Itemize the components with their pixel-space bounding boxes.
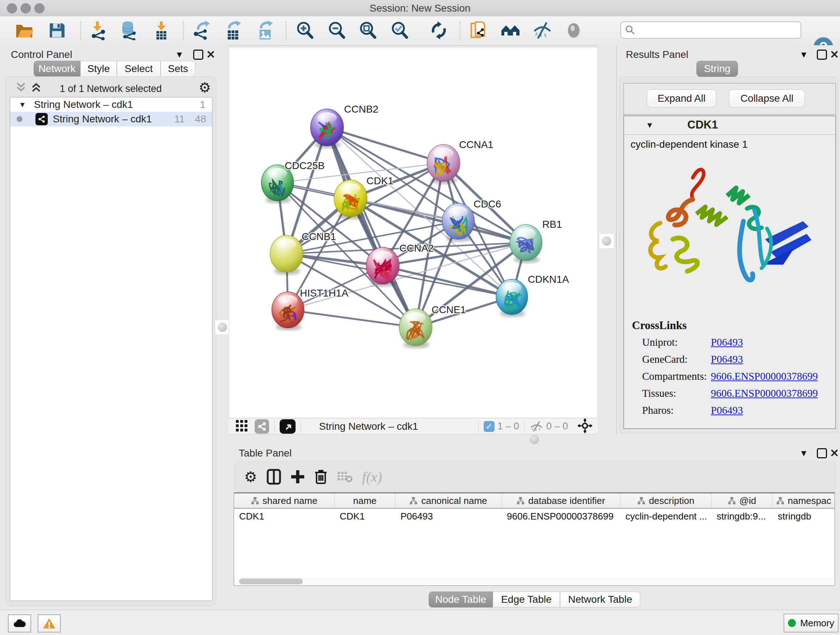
tab-select[interactable]: Select [117,61,161,77]
right-vertical-splitter[interactable] [598,45,617,434]
show-all-button[interactable] [563,19,584,42]
share-network-button[interactable] [255,419,269,434]
left-vertical-splitter[interactable] [217,45,229,610]
import-network-file-button[interactable] [88,19,109,42]
show-grid-button[interactable] [235,419,248,434]
tab-edge-table[interactable]: Edge Table [493,592,560,608]
control-panel-collapse-button[interactable]: ▼ [175,50,184,60]
column-header-namespace[interactable]: namespac [773,494,835,508]
network-node-CDC25B[interactable]: CDC25B [261,160,325,203]
table-panel-float-button[interactable] [817,448,827,458]
tab-node-table[interactable]: Node Table [429,592,493,608]
network-node-CCNE1[interactable]: CCNE1 [399,304,466,348]
node-label-CCNB1: CCNB1 [302,231,336,242]
clone-network-button[interactable] [468,19,489,42]
tab-sets-label: Sets [168,63,188,74]
zoom-out-button[interactable] [326,19,347,42]
zoom-fit-button[interactable] [357,19,378,42]
network-options-gear-button[interactable]: ⚙ [199,80,211,96]
crosslink-label: Tissues: [642,387,711,404]
hide-selected-button[interactable] [532,19,553,42]
collection-expand-icon[interactable]: ▼ [19,101,26,109]
control-panel-float-button[interactable] [193,50,203,60]
crosslink-pharos-link[interactable]: P06493 [711,404,743,421]
zoom-fit-icon [358,21,378,40]
crosslink-uniprot-link[interactable]: P06493 [711,336,743,353]
table-settings-gear-button[interactable]: ⚙ [244,469,257,485]
birds-eye-view-button[interactable] [279,419,295,434]
network-edge-CCNE1-HIST1H1A[interactable] [288,310,416,327]
network-edge-CCNB2-CCNA1[interactable] [327,127,444,163]
warning-icon [43,618,56,629]
network-node-RB1[interactable]: RB1 [510,219,562,263]
network-collection-row[interactable]: ▼ String Network – cdk1 1 [10,97,212,112]
delete-column-button[interactable] [314,469,327,485]
expand-collapse-bar: Expand All Collapse All [623,83,836,115]
control-panel-close-button[interactable]: ✕ [206,48,215,61]
crosslink-genecard-link[interactable]: P06493 [711,353,743,371]
search-field[interactable] [621,21,801,39]
network-graph[interactable]: CCNB2CCNA1CDC25BCDK1CDC6RB1CCNB1CCNA2CDK… [229,48,597,418]
export-network-button[interactable] [191,19,212,42]
network-selection-status: 1 of 1 Network selected [5,83,216,95]
export-table-button[interactable] [223,19,244,42]
splitter-collapse-handle[interactable] [527,433,542,446]
tab-sets[interactable]: Sets [161,61,195,77]
selected-count-checkbox[interactable]: ✓ [484,421,494,432]
column-header-description[interactable]: description [621,494,712,508]
pan-crosshair-button[interactable] [577,418,592,435]
network-node-CDKN1A[interactable]: CDKN1A [496,274,569,317]
column-header-id[interactable]: @id [712,494,773,508]
memory-button[interactable]: Memory [783,614,838,632]
zoom-selected-button[interactable] [389,19,410,42]
refresh-view-button[interactable] [428,19,449,42]
first-neighbors-button[interactable] [500,19,521,42]
network-node-HIST1H1A[interactable]: HIST1H1A [272,287,348,331]
table-panel-collapse-button[interactable]: ▼ [799,448,808,458]
column-header-database-identifier[interactable]: database identifier [502,494,621,508]
table-row[interactable]: CDK1 CDK1 P06493 9606.ENSP00000378699 cy… [234,509,835,524]
crosslinks-list: Uniprot: P06493 GeneCard: P06493 Compart… [642,336,830,421]
crosslink-compartments-link[interactable]: 9606.ENSP00000378699 [711,371,818,387]
horizontal-splitter[interactable] [229,434,840,446]
warnings-button[interactable] [38,614,61,632]
network-canvas[interactable]: CCNB2CCNA1CDC25BCDK1CDC6RB1CCNB1CCNA2CDK… [229,47,598,418]
splitter-collapse-handle[interactable] [215,320,230,335]
import-table-button[interactable] [151,19,172,42]
column-header-shared-name[interactable]: shared name [234,494,335,508]
zoom-in-button[interactable] [294,19,316,42]
cloud-status-button[interactable] [8,614,31,632]
results-panel-close-button[interactable]: ✕ [830,48,839,61]
results-panel-title-text: Results Panel [626,49,688,60]
results-panel-float-button[interactable] [817,50,827,60]
column-header-canonical-name[interactable]: canonical name [395,494,502,508]
houses-icon [500,20,521,41]
search-input[interactable] [636,24,801,36]
tab-network-table[interactable]: Network Table [560,592,640,608]
collapse-all-button[interactable]: Collapse All [729,89,805,108]
section-collapse-icon[interactable]: ▼ [646,120,654,130]
results-panel-collapse-button[interactable]: ▼ [799,50,808,60]
table-horizontal-scrollbar[interactable] [234,578,835,585]
table-panel-close-button[interactable]: ✕ [830,447,839,459]
crosslink-tissues-link[interactable]: 9606.ENSP00000378699 [711,387,818,404]
tab-style[interactable]: Style [80,61,117,77]
column-header-name[interactable]: name [335,494,395,508]
cell-id: stringdb:9... [712,509,773,524]
network-node-CCNA1[interactable]: CCNA1 [427,139,493,184]
network-node-CCNB2[interactable]: CCNB2 [310,103,378,149]
network-row-selected[interactable]: String Network – cdk1 11 48 [10,112,212,126]
scrollbar-thumb[interactable] [239,578,303,584]
show-columns-button[interactable] [267,469,281,485]
import-network-database-button[interactable] [118,19,139,42]
tab-string[interactable]: String [696,61,738,77]
tab-network[interactable]: Network [34,61,80,77]
expand-all-button[interactable]: Expand All [647,89,716,108]
gene-section-header[interactable]: ▼ CDK1 [624,116,835,135]
save-session-button[interactable] [46,19,67,42]
network-node-CCNB1[interactable]: CCNB1 [270,231,336,275]
open-file-button[interactable] [14,19,35,42]
create-column-button[interactable] [291,469,305,485]
splitter-collapse-handle[interactable] [599,233,614,249]
export-image-button[interactable] [255,19,276,42]
